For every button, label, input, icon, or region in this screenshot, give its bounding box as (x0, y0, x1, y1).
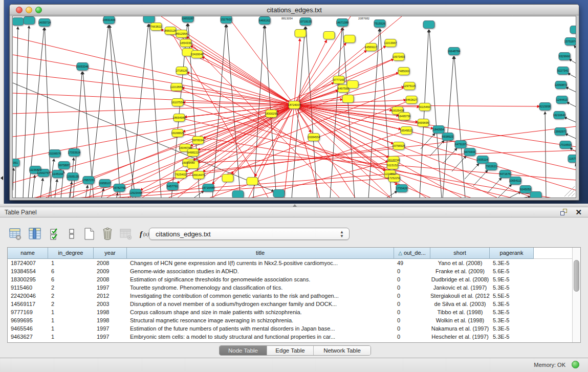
cell-short[interactable]: Jankovic et al. (1997) (430, 283, 490, 292)
resize-grip-icon[interactable] (564, 186, 575, 196)
cell-year[interactable]: 1997 (94, 324, 127, 333)
table-selector-dropdown[interactable]: citations_edges.txt ▲▼ (149, 228, 350, 240)
cell-name[interactable]: 9699695 (8, 316, 48, 324)
table-rows-icon[interactable] (64, 227, 79, 241)
table-row[interactable]: 946554611997Estimation of the future num… (8, 324, 573, 333)
cell-out_de[interactable]: 0 (394, 333, 430, 341)
cell-title[interactable]: Estimation of significance thresholds fo… (127, 275, 394, 283)
network-view-window[interactable]: citations_edges.txt 14055724206914061065… (9, 4, 579, 201)
cell-short[interactable]: Stergiakouli et al. (2012) (430, 292, 490, 300)
column-header-name[interactable]: name (8, 248, 48, 259)
cell-out_de[interactable]: 0 (394, 308, 430, 316)
graph-node-unlabeled[interactable] (423, 21, 434, 29)
cell-out_de[interactable]: 0 (394, 300, 430, 308)
table-row[interactable]: 1456911722003Disruption of a novel membe… (8, 300, 573, 308)
cell-name[interactable]: 9777169 (8, 308, 48, 316)
cell-short[interactable]: Yano et al. (2008) (430, 259, 490, 267)
table-row[interactable]: 1872400712008Changes of HCN gene express… (8, 259, 573, 267)
splitter-handle-icon[interactable] (293, 204, 297, 207)
column-header-short[interactable]: short (430, 248, 490, 259)
graph-node-unlabeled[interactable] (295, 30, 306, 37)
cell-pagerank[interactable]: 5.3E-5 (490, 333, 534, 341)
cell-pagerank[interactable]: 5.6E-5 (490, 267, 534, 275)
cell-title[interactable]: Tourette syndrome. Phenomenology and cla… (127, 283, 394, 292)
cell-year[interactable]: 2012 (94, 292, 127, 300)
cell-title[interactable]: Embryonic stem cells: a model to study s… (127, 333, 394, 341)
cell-pagerank[interactable]: 5.3E-5 (490, 308, 534, 316)
cell-name[interactable]: 18300295 (8, 275, 48, 283)
panel-splitter[interactable] (0, 204, 588, 207)
tab-node-table[interactable]: Node Table (220, 346, 267, 356)
cell-in_degree[interactable]: 1 (48, 324, 94, 333)
table-row[interactable]: 2242004622012Investigating the contribut… (8, 292, 573, 300)
cell-name[interactable]: 19384554 (8, 267, 48, 275)
cell-pagerank[interactable]: 5.3E-5 (490, 300, 534, 308)
cell-name[interactable]: 18724007 (8, 259, 48, 267)
cell-in_degree[interactable]: 1 (48, 308, 94, 316)
cell-in_degree[interactable]: 6 (48, 267, 94, 275)
new-column-icon[interactable] (82, 227, 96, 241)
table-row[interactable]: 1938455462009Genome-wide association stu… (8, 267, 573, 275)
collapsed-control-panel[interactable] (0, 0, 4, 204)
cell-short[interactable]: Franke et al. (2009) (430, 267, 490, 275)
cell-title[interactable]: Investigating the contribution of common… (127, 292, 394, 300)
graph-node-unlabeled[interactable] (143, 16, 155, 23)
table-options-icon[interactable] (8, 227, 23, 241)
cell-pagerank[interactable]: 5.3E-5 (490, 316, 534, 324)
cell-name[interactable]: 9115460 (8, 283, 48, 292)
cell-out_de[interactable]: 0 (394, 275, 430, 283)
cell-year[interactable]: 2009 (94, 267, 127, 275)
cell-name[interactable]: 14569117 (8, 300, 48, 308)
graph-node-unlabeled[interactable] (323, 32, 335, 39)
cell-in_degree[interactable]: 1 (48, 316, 94, 324)
column-header-title[interactable]: title (127, 248, 394, 259)
cell-title[interactable]: Genome-wide association studies in ADHD. (127, 267, 394, 275)
window-titlebar[interactable]: citations_edges.txt (10, 5, 579, 15)
scrollbar-thumb[interactable] (574, 260, 579, 292)
cell-short[interactable]: Wolkin et al. (1998) (430, 316, 490, 324)
cell-in_degree[interactable]: 6 (48, 275, 94, 283)
panel-expander-icon[interactable] (1, 176, 3, 180)
cell-in_degree[interactable]: 1 (48, 259, 94, 267)
graph-node-unlabeled[interactable] (13, 18, 24, 26)
float-panel-icon[interactable] (560, 209, 568, 216)
cell-year[interactable]: 2003 (94, 300, 127, 308)
tab-edge-table[interactable]: Edge Table (267, 346, 314, 356)
cell-in_degree[interactable]: 2 (48, 300, 94, 308)
cell-short[interactable]: Dudbridge et al. (2008) (430, 275, 490, 283)
graph-node-unlabeled[interactable] (342, 95, 354, 103)
row-selection-mode-icon[interactable] (48, 227, 62, 241)
cell-in_degree[interactable]: 2 (48, 292, 94, 300)
graph-node-unlabeled[interactable] (570, 26, 576, 34)
column-header-out_de[interactable]: △out_de... (394, 248, 430, 259)
cell-out_de[interactable]: 0 (394, 324, 430, 333)
cell-out_de[interactable]: 49 (394, 259, 430, 267)
cell-year[interactable]: 1997 (94, 333, 127, 341)
cell-title[interactable]: Changes of HCN gene expression and I(f) … (127, 259, 394, 267)
cell-out_de[interactable]: 0 (394, 292, 430, 300)
table-row[interactable]: 977716911998Corpus callosum shape and si… (8, 308, 573, 316)
citation-network-graph[interactable]: 1405572420691406106532871527602646616210… (13, 16, 576, 198)
cell-pagerank[interactable]: 5.3E-5 (490, 324, 534, 333)
cell-year[interactable]: 1998 (94, 316, 127, 324)
tab-network-table[interactable]: Network Table (314, 346, 371, 356)
graph-node-unlabeled[interactable] (530, 192, 541, 199)
graph-node-unlabeled[interactable] (24, 17, 35, 25)
cell-name[interactable]: 9465546 (8, 324, 48, 333)
column-header-pagerank[interactable]: pagerank (490, 248, 534, 259)
cell-short[interactable]: Tibbo et al. (1998) (430, 308, 490, 316)
cell-short[interactable]: de Silva et al. (2003) (430, 300, 490, 308)
graph-node-unlabeled[interactable] (344, 35, 355, 43)
import-table-icon[interactable] (119, 227, 133, 241)
cell-title[interactable]: Estimation of the future numbers of pati… (127, 324, 394, 333)
delete-column-icon[interactable] (100, 227, 115, 241)
cell-pagerank[interactable]: 5.3E-5 (490, 259, 534, 267)
graph-node-unlabeled[interactable] (232, 191, 244, 199)
cell-short[interactable]: Nakamura et al. (1997) (430, 324, 490, 333)
cell-out_de[interactable]: 0 (394, 267, 430, 275)
cell-out_de[interactable]: 0 (394, 316, 430, 324)
graph-node-unlabeled[interactable] (222, 174, 233, 182)
graph-node-unlabeled[interactable] (273, 190, 285, 198)
cell-year[interactable]: 2008 (94, 275, 127, 283)
table-row[interactable]: 969969511998Structural magnetic resonanc… (8, 316, 573, 324)
